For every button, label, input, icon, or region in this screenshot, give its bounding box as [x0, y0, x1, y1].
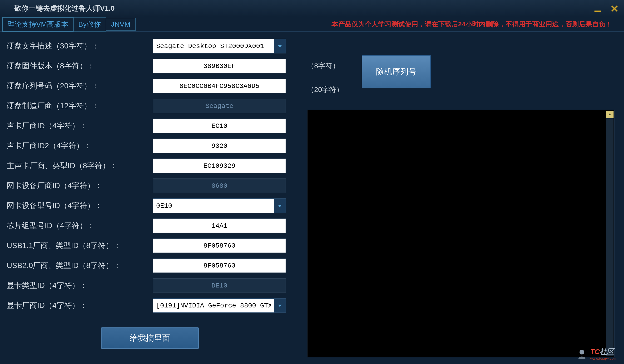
label-nic-vendor: 网卡设备厂商ID（4字符）： [5, 181, 153, 191]
input-gpu-vendor[interactable] [153, 298, 274, 313]
tab-vm-support[interactable]: 理论支持VM高版本 [2, 17, 74, 32]
row-disk-fw: 硬盘固件版本（8字符）： [5, 56, 295, 76]
chevron-down-icon[interactable] [274, 298, 286, 313]
right-panel: （8字符） （20字符） 随机序列号 [307, 36, 619, 360]
row-disk-sn: 硬盘序列号码（20字符）： [5, 76, 295, 96]
label-chipset: 芯片组型号ID（4字符）： [5, 221, 153, 231]
label-audio-main: 主声卡厂商、类型ID（8字符）： [5, 161, 153, 171]
input-disk-desc[interactable] [153, 39, 274, 53]
label-disk-sn: 硬盘序列号码（20字符）： [5, 81, 153, 91]
row-nic-vendor: 网卡设备厂商ID（4字符）： [5, 176, 295, 196]
submit-button[interactable]: 给我搞里面 [101, 327, 199, 349]
input-disk-sn[interactable] [153, 79, 286, 93]
row-audio-main: 主声卡厂商、类型ID（8字符）： [5, 156, 295, 176]
warning-banner: 本产品仅为个人学习测试使用，请在下载后24小时内删除，不得用于商业用途，否则后果… [332, 20, 612, 29]
scrollbar-track[interactable] [606, 111, 614, 356]
tab-jnvm[interactable]: JNVM [106, 18, 136, 31]
label-disk-fw: 硬盘固件版本（8字符）： [5, 61, 153, 71]
label-nic-model: 网卡设备型号ID（4字符）： [5, 201, 153, 211]
row-nic-model: 网卡设备型号ID（4字符）： [5, 196, 295, 216]
select-nic-model[interactable] [153, 198, 286, 213]
title-bar: 敬你一键去虚拟化过鲁大师V1.0 [0, 0, 624, 17]
watermark: TC社区 www.tcsqw.com [576, 347, 617, 361]
input-audio-main[interactable] [153, 159, 286, 173]
label-audio-vendor2: 声卡厂商ID2（4字符）： [5, 141, 153, 151]
watermark-icon [576, 348, 588, 360]
tab-author[interactable]: By敬你 [74, 17, 106, 32]
svg-point-1 [579, 350, 584, 355]
input-disk-fw[interactable] [153, 59, 286, 73]
watermark-text: TC社区 www.tcsqw.com [590, 347, 617, 361]
row-chipset: 芯片组型号ID（4字符）： [5, 216, 295, 236]
input-chipset[interactable] [153, 218, 286, 233]
scroll-up-button[interactable] [606, 111, 614, 118]
submit-row: 给我搞里面 [5, 327, 295, 349]
watermark-main: TC社区 [590, 347, 614, 357]
input-usb20[interactable] [153, 258, 286, 273]
select-disk-desc[interactable] [153, 39, 286, 53]
label-disk-mfr: 硬盘制造厂商（12字符）： [5, 101, 153, 111]
label-disk-desc: 硬盘文字描述（30字符）： [5, 41, 153, 51]
close-button[interactable] [610, 4, 619, 13]
input-audio-vendor2[interactable] [153, 138, 286, 153]
tabs-bar: 理论支持VM高版本 By敬你 JNVM 本产品仅为个人学习测试使用，请在下载后2… [0, 17, 624, 32]
minimize-button[interactable] [593, 4, 603, 13]
row-audio-vendor2: 声卡厂商ID2（4字符）： [5, 136, 295, 156]
row-disk-mfr: 硬盘制造厂商（12字符）： [5, 96, 295, 116]
watermark-url: www.tcsqw.com [590, 357, 617, 361]
row-usb20: USB2.0厂商、类型ID（8字符）： [5, 256, 295, 276]
label-audio-vendor: 声卡厂商ID（4字符）： [5, 121, 153, 131]
right-top: （8字符） （20字符） 随机序列号 [307, 36, 619, 110]
svg-rect-0 [595, 10, 601, 12]
row-disk-desc: 硬盘文字描述（30字符）： [5, 36, 295, 56]
content-area: 硬盘文字描述（30字符）： 硬盘固件版本（8字符）： 硬盘序列号码（20字符）：… [0, 32, 624, 364]
window-controls [593, 4, 619, 13]
random-serial-button[interactable]: 随机序列号 [362, 55, 431, 88]
input-usb11[interactable] [153, 238, 286, 253]
row-gpu-vendor: 显卡厂商ID（4字符）： [5, 296, 295, 316]
row-audio-vendor: 声卡厂商ID（4字符）： [5, 116, 295, 136]
label-gpu-vendor: 显卡厂商ID（4字符）： [5, 300, 153, 311]
input-gpu-type [153, 278, 286, 293]
input-nic-vendor [153, 179, 286, 193]
output-log-panel[interactable] [307, 110, 615, 357]
label-usb20: USB2.0厂商、类型ID（8字符）： [5, 260, 153, 271]
chevron-down-icon[interactable] [274, 198, 286, 213]
hint-8chars: （8字符） [307, 61, 339, 71]
input-audio-vendor[interactable] [153, 118, 286, 133]
svg-rect-2 [579, 357, 585, 359]
label-gpu-type: 显卡类型ID（4字符）： [5, 280, 153, 291]
row-usb11: USB1.1厂商、类型ID（8字符）： [5, 236, 295, 256]
hint-20chars: （20字符） [307, 85, 343, 94]
select-gpu-vendor[interactable] [153, 298, 286, 313]
input-nic-model[interactable] [153, 198, 274, 213]
input-disk-mfr [153, 99, 286, 113]
row-gpu-type: 显卡类型ID（4字符）： [5, 276, 295, 296]
label-usb11: USB1.1厂商、类型ID（8字符）： [5, 240, 153, 251]
chevron-down-icon[interactable] [274, 39, 286, 53]
app-window: 敬你一键去虚拟化过鲁大师V1.0 理论支持VM高版本 By敬你 JNVM 本产品… [0, 0, 624, 364]
form-panel: 硬盘文字描述（30字符）： 硬盘固件版本（8字符）： 硬盘序列号码（20字符）：… [5, 36, 295, 360]
window-title: 敬你一键去虚拟化过鲁大师V1.0 [14, 3, 593, 13]
